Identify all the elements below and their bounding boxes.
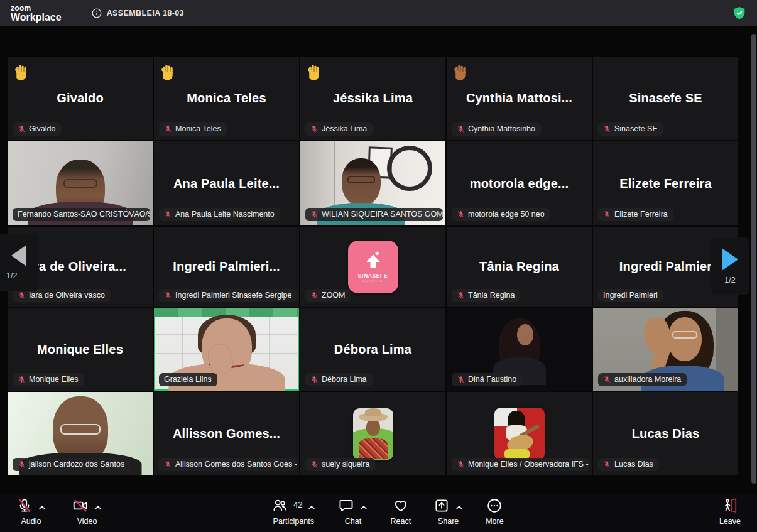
wall-wheel bbox=[387, 146, 432, 191]
security-shield-icon[interactable] bbox=[733, 6, 746, 20]
participant-label: Cynthia Mattosinho bbox=[468, 124, 535, 133]
participant-tile[interactable]: Fernando Santos-SÃO CRISTÓVÃO/SE bbox=[8, 141, 153, 225]
participant-label: Givaldo bbox=[29, 124, 55, 133]
participant-label-chip: Sinasefe SE bbox=[598, 122, 663, 136]
previous-page-button[interactable]: 1/2 bbox=[0, 234, 38, 291]
participant-tile[interactable]: Lucas DiasLucas Dias bbox=[593, 392, 738, 475]
participants-button[interactable]: 42Participants bbox=[271, 498, 315, 526]
participant-tile[interactable]: Sinasefe SESinasefe SE bbox=[593, 57, 738, 140]
participant-label-chip: Monique Elles / Observadora IFS -... bbox=[452, 458, 589, 471]
participant-label-chip: Monica Teles bbox=[159, 122, 227, 136]
video-button[interactable]: Video bbox=[72, 498, 102, 526]
participant-tile[interactable]: Jéssika LimaJéssika Lima bbox=[300, 57, 445, 140]
raised-hand-icon bbox=[13, 63, 30, 81]
raised-hand-icon bbox=[160, 63, 177, 81]
sinasefe-arrow-icon bbox=[362, 251, 384, 272]
participant-label-chip: Ingredi Palmieri bbox=[598, 289, 663, 302]
mic-muted-icon bbox=[603, 376, 611, 384]
meeting-toolbar: Audio Video 42ParticipantsChatReactShare… bbox=[0, 493, 757, 532]
participant-tile[interactable]: motorola edge...motorola edge 50 neo bbox=[447, 141, 592, 225]
participant-tile[interactable]: Elizete FerreiraElizete Ferreira bbox=[593, 141, 738, 225]
participant-tile[interactable]: Ana Paula Leite...Ana Paula Leite Nascim… bbox=[154, 141, 299, 225]
logo-zoom-text: zoom bbox=[11, 4, 62, 12]
participant-label-chip: Diná Faustino bbox=[452, 373, 522, 386]
participant-tile[interactable]: Graziela Llins bbox=[154, 308, 299, 391]
participant-label-chip: Fernando Santos-SÃO CRISTÓVÃO/SE bbox=[13, 208, 150, 221]
mic-muted-icon bbox=[18, 376, 26, 384]
participant-label: Ingredi Palmieri bbox=[603, 291, 658, 300]
mic-muted-icon bbox=[310, 210, 319, 219]
mic-muted-icon bbox=[457, 210, 465, 219]
more-button[interactable]: More bbox=[486, 498, 503, 526]
participant-label-chip: Débora Lima bbox=[305, 373, 373, 386]
participant-tile[interactable]: jailson Cardozo dos Santos bbox=[8, 392, 153, 475]
participant-tile[interactable]: SINASEFESERGIPEZOOM bbox=[300, 227, 445, 307]
participant-label-chip: Cynthia Mattosinho bbox=[452, 122, 541, 136]
participant-tile[interactable]: suely siqueira bbox=[300, 392, 445, 475]
participant-label: Graziela Llins bbox=[164, 375, 212, 384]
participant-label: Ana Paula Leite Nascimento bbox=[175, 210, 275, 219]
chat-icon bbox=[338, 497, 354, 516]
participant-label-chip: auxiliadora Moreira bbox=[598, 373, 687, 386]
share-icon bbox=[433, 497, 450, 516]
video-options-caret[interactable] bbox=[94, 501, 102, 513]
participant-label-chip: Elizete Ferreira bbox=[598, 208, 673, 221]
audio-button[interactable]: Audio bbox=[16, 498, 46, 526]
mic-muted-icon bbox=[16, 497, 33, 516]
participant-tile[interactable]: Débora LimaDébora Lima bbox=[300, 308, 445, 391]
person-figure bbox=[668, 317, 702, 361]
audio-options-caret[interactable] bbox=[38, 501, 46, 513]
participant-label: jailson Cardozo dos Santos bbox=[29, 460, 124, 469]
next-page-button[interactable]: 1/2 bbox=[711, 237, 749, 295]
participant-label-chip: Monique Elles bbox=[13, 373, 84, 386]
scrollbar[interactable] bbox=[751, 34, 756, 484]
glasses-shape bbox=[672, 331, 697, 339]
mic-muted-icon bbox=[164, 125, 172, 133]
raised-hand-icon bbox=[306, 63, 323, 81]
info-icon bbox=[92, 8, 102, 18]
participants-count: 42 bbox=[293, 500, 302, 509]
participant-label: motorola edge 50 neo bbox=[468, 210, 545, 219]
mic-muted-icon bbox=[164, 460, 172, 469]
share-button[interactable]: Share bbox=[433, 498, 463, 526]
participant-tile[interactable]: Ingredi Palmieri...Ingredi Palmieri Sina… bbox=[154, 227, 299, 307]
mic-muted-icon bbox=[310, 291, 319, 300]
participant-tile[interactable]: Allisson Gomes...Allisson Gomes dos Sant… bbox=[154, 392, 299, 475]
raised-hand-icon bbox=[452, 63, 469, 81]
participant-tile[interactable]: GivaldoGivaldo bbox=[8, 57, 153, 140]
participant-label-chip: jailson Cardozo dos Santos bbox=[13, 458, 130, 471]
logo-workplace-text: Workplace bbox=[11, 13, 62, 23]
participant-label: Sinasefe SE bbox=[614, 124, 658, 133]
glasses-shape bbox=[63, 179, 97, 188]
participant-tile[interactable]: auxiliadora Moreira bbox=[593, 308, 738, 391]
mic-muted-icon bbox=[18, 460, 26, 469]
mic-muted-icon bbox=[310, 125, 319, 133]
meeting-title: ASSEMBLEIA 18-03 bbox=[107, 9, 184, 18]
participant-label-chip: Graziela Llins bbox=[159, 373, 217, 386]
react-button[interactable]: React bbox=[390, 498, 411, 526]
participant-label-chip: Allisson Gomes dos Santos Goes -... bbox=[159, 458, 297, 471]
mic-muted-icon bbox=[164, 291, 172, 300]
participant-label: Elizete Ferreira bbox=[614, 210, 668, 219]
glasses-shape bbox=[347, 176, 375, 183]
leave-button[interactable]: Leave bbox=[719, 498, 741, 526]
participant-tile[interactable]: Tânia ReginaTânia Regina bbox=[447, 227, 592, 307]
participant-tile[interactable]: Monique Elles / Observadora IFS -... bbox=[447, 392, 592, 475]
profile-photo-avatar bbox=[353, 408, 393, 460]
participant-tile[interactable]: Monique EllesMonique Elles bbox=[8, 308, 153, 391]
meeting-info[interactable]: ASSEMBLEIA 18-03 bbox=[92, 8, 184, 18]
participant-tile[interactable]: WILIAN SIQUEIRA SANTOS GOMES bbox=[300, 141, 445, 225]
participant-tile[interactable]: Diná Faustino bbox=[447, 308, 592, 391]
share-options-caret[interactable] bbox=[455, 501, 463, 513]
profile-photo-avatar bbox=[494, 408, 545, 460]
chat-options-caret[interactable] bbox=[360, 501, 368, 513]
participant-label: Tânia Regina bbox=[468, 291, 515, 300]
person-figure bbox=[517, 324, 533, 345]
participant-tile[interactable]: Monica TelesMonica Teles bbox=[154, 57, 299, 140]
chat-button[interactable]: Chat bbox=[338, 498, 368, 526]
participants-options-caret[interactable] bbox=[308, 501, 315, 513]
leave-icon bbox=[722, 497, 738, 516]
mic-muted-icon bbox=[310, 460, 319, 469]
participant-tile[interactable]: Cynthia Mattosi...Cynthia Mattosinho bbox=[447, 57, 592, 140]
participant-label: auxiliadora Moreira bbox=[614, 375, 681, 384]
